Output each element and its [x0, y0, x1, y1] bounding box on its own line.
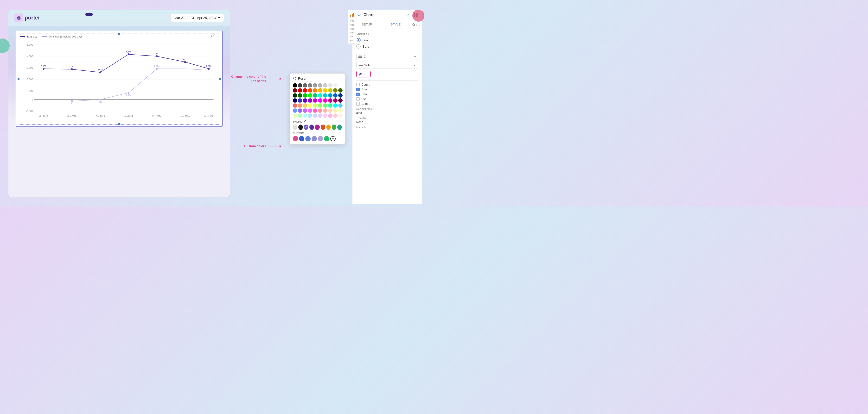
color-grid-dot[interactable] — [313, 108, 317, 113]
color-grid-dot[interactable] — [318, 108, 322, 113]
color-grid-dot[interactable] — [328, 83, 333, 88]
theme-color-dot[interactable] — [298, 125, 303, 130]
search-area[interactable]: S... — [410, 20, 422, 29]
color-grid-dot[interactable] — [298, 98, 302, 103]
color-grid-dot[interactable] — [298, 88, 302, 93]
color-grid-dot[interactable] — [293, 88, 297, 93]
sidebar-icon-abc1[interactable]: ABC — [350, 20, 354, 23]
color-grid-dot[interactable] — [328, 93, 333, 98]
checkbox-cumulative[interactable]: Cum... — [356, 83, 418, 86]
color-grid-dot[interactable] — [293, 93, 297, 98]
custom-color-dot[interactable] — [305, 136, 311, 141]
date-range-picker[interactable]: Mar 27, 2024 - Apr 25, 2024 ▾ — [170, 14, 224, 22]
checkbox-show-points[interactable]: ✓ Sho... — [356, 88, 418, 91]
color-grid-dot[interactable] — [313, 103, 317, 108]
checkbox-show-labels-box[interactable]: ✓ — [356, 93, 360, 96]
theme-color-dot[interactable] — [332, 125, 336, 130]
color-grid-dot[interactable] — [328, 98, 333, 103]
color-grid-dot[interactable] — [313, 98, 317, 103]
edit-chart-icon[interactable] — [211, 33, 215, 37]
reset-color-row[interactable]: Reset — [293, 76, 342, 80]
color-picker-button[interactable]: ▾ — [356, 71, 371, 77]
theme-color-dot[interactable]: ✓ — [304, 125, 308, 130]
color-grid-dot[interactable] — [333, 114, 338, 118]
color-grid-dot[interactable] — [338, 108, 343, 113]
color-grid-dot[interactable] — [298, 93, 302, 98]
color-grid-dot[interactable] — [338, 93, 343, 98]
custom-color-dot[interactable] — [318, 136, 323, 141]
handle-top[interactable] — [118, 33, 120, 35]
color-grid-dot[interactable] — [328, 88, 333, 93]
color-grid-dot[interactable] — [318, 114, 322, 118]
custom-color-dot[interactable] — [299, 136, 304, 141]
color-grid-dot[interactable] — [303, 88, 307, 93]
color-grid-dot[interactable] — [303, 103, 307, 108]
color-grid-dot[interactable] — [333, 88, 338, 93]
color-grid-dot[interactable] — [303, 83, 307, 88]
color-grid-dot[interactable] — [338, 103, 343, 108]
line-style-dropdown[interactable]: Solid ▾ — [356, 62, 418, 69]
theme-color-dot[interactable] — [326, 125, 331, 130]
add-custom-color-button[interactable]: + — [330, 136, 336, 141]
sidebar-icon-abc2[interactable]: ABC — [350, 23, 354, 27]
color-grid-dot[interactable] — [313, 93, 317, 98]
color-grid-dot[interactable] — [298, 114, 302, 118]
sidebar-icon-abc4[interactable]: ABC — [350, 31, 354, 34]
tab-style[interactable]: STYLE — [381, 20, 410, 29]
color-grid-dot[interactable] — [293, 83, 297, 88]
color-grid-dot[interactable] — [293, 98, 297, 103]
color-grid-dot[interactable] — [313, 88, 317, 93]
color-grid-dot[interactable] — [303, 98, 307, 103]
checkbox-compare[interactable]: Com... — [356, 102, 418, 105]
color-grid-dot[interactable] — [308, 103, 312, 108]
checkbox-show-labels[interactable]: ✓ Sho... — [356, 93, 418, 96]
theme-color-dot[interactable] — [293, 125, 297, 130]
color-grid-dot[interactable] — [333, 108, 338, 113]
theme-color-dot[interactable] — [309, 125, 314, 130]
theme-color-dot[interactable] — [321, 125, 325, 130]
color-grid-dot[interactable] — [313, 83, 317, 88]
color-grid-dot[interactable] — [303, 93, 307, 98]
color-grid-dot[interactable] — [318, 83, 322, 88]
color-grid-dot[interactable] — [338, 88, 343, 93]
color-grid-dot[interactable] — [323, 98, 328, 103]
color-grid-dot[interactable] — [303, 114, 307, 118]
checkbox-cumulative-box[interactable] — [356, 83, 360, 86]
custom-color-dot[interactable] — [324, 136, 329, 141]
color-grid-dot[interactable] — [298, 108, 302, 113]
color-grid-dot[interactable] — [323, 114, 328, 118]
handle-right[interactable] — [219, 78, 221, 80]
theme-color-dot[interactable] — [337, 125, 342, 130]
sidebar-icon-abc3[interactable]: ABC — [350, 27, 354, 31]
color-grid-dot[interactable] — [318, 103, 322, 108]
handle-left[interactable] — [18, 78, 20, 80]
panel-dropdown-icon[interactable] — [406, 13, 410, 17]
sidebar-icon-chart[interactable] — [349, 11, 355, 19]
color-grid-dot[interactable] — [313, 114, 317, 118]
color-grid-dot[interactable] — [298, 103, 302, 108]
color-grid-dot[interactable] — [318, 93, 322, 98]
color-grid-dot[interactable] — [338, 114, 343, 118]
color-grid-dot[interactable] — [293, 103, 297, 108]
sidebar-icon-abc5[interactable]: ABC — [350, 35, 354, 38]
color-grid-dot[interactable] — [323, 103, 328, 108]
theme-color-dot[interactable] — [315, 125, 319, 130]
color-grid-dot[interactable] — [308, 98, 312, 103]
color-grid-dot[interactable] — [293, 108, 297, 113]
color-grid-dot[interactable] — [328, 114, 333, 118]
color-grid-dot[interactable] — [333, 93, 338, 98]
color-grid-dot[interactable] — [318, 98, 322, 103]
checkbox-compare-box[interactable] — [356, 102, 360, 105]
color-grid-dot[interactable] — [293, 114, 297, 118]
color-grid-dot[interactable] — [333, 103, 338, 108]
checkbox-show-points-box[interactable]: ✓ — [356, 88, 360, 91]
stroke-width-dropdown[interactable]: 2 ▾ — [356, 54, 418, 60]
checkbox-step[interactable]: Ste... — [356, 97, 418, 101]
radio-bars-circle[interactable] — [356, 44, 361, 49]
color-grid-dot[interactable] — [323, 88, 328, 93]
color-grid-dot[interactable] — [333, 98, 338, 103]
color-grid-dot[interactable] — [338, 98, 343, 103]
radio-bars[interactable]: Bars — [356, 44, 418, 49]
custom-color-dot[interactable] — [312, 136, 317, 141]
color-grid-dot[interactable] — [338, 83, 343, 88]
